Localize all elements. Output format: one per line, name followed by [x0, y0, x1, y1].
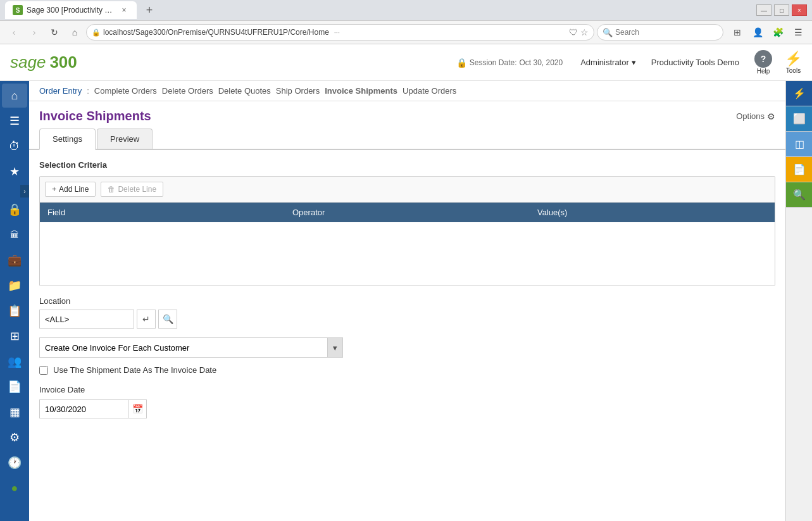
sidebar-item-recent[interactable]: ⏱ — [2, 134, 27, 158]
location-label: Location — [39, 296, 775, 306]
sidebar-item-settings[interactable]: ⚙ — [2, 425, 27, 449]
breadcrumb-sep: : — [87, 86, 89, 96]
options-button[interactable]: Options ⚙ — [736, 111, 775, 122]
location-input[interactable] — [39, 310, 134, 329]
extensions-icon[interactable]: ⊞ — [728, 23, 746, 41]
tools-label: Tools — [786, 67, 801, 74]
sage-logo: sage 300 — [10, 53, 77, 72]
gear-icon: ⚙ — [767, 111, 775, 122]
location-search-btn[interactable]: 🔍 — [158, 310, 177, 329]
right-float-panel: ⚡ ⬜ ◫ 📄 🔍 — [785, 81, 812, 521]
sidebar-item-doc[interactable]: 📄 — [2, 375, 27, 399]
sidebar-item-banking[interactable]: 🏛 — [2, 223, 27, 247]
sc-table-header: Field Operator Value(s) — [40, 203, 775, 222]
rfp-search-btn[interactable]: 🔍 — [786, 182, 812, 208]
address-dots: ··· — [334, 28, 340, 36]
shipment-date-checkbox[interactable] — [39, 366, 48, 375]
close-btn[interactable]: × — [792, 4, 807, 16]
right-panel: Order Entry : Complete Orders Delete Ord… — [29, 81, 785, 521]
tabs-bar: Settings Preview — [29, 129, 785, 150]
menu-icon[interactable]: ☰ — [789, 23, 807, 41]
breadcrumb-invoice-shipments: Invoice Shipments — [325, 86, 397, 96]
rfp-screen1-btn[interactable]: ⬜ — [786, 106, 812, 132]
sidebar-item-favorites[interactable]: ★ — [2, 160, 27, 184]
app-header: sage 300 🔒 Session Date: Oct 30, 2020 Ad… — [0, 44, 812, 81]
sidebar-toggle[interactable]: › — [20, 185, 29, 198]
nav-bar: ‹ › ↻ ⌂ 🔒 localhost/Sage300/OnPremise/QU… — [0, 20, 812, 44]
title-bar: S Sage 300 [Productivity Tools D... × + … — [0, 0, 812, 20]
breadcrumb-update-orders[interactable]: Update Orders — [403, 86, 456, 96]
add-line-button[interactable]: + Add Line — [45, 182, 96, 197]
search-box[interactable]: 🔍 — [597, 24, 723, 41]
breadcrumb-ship-orders[interactable]: Ship Orders — [276, 86, 320, 96]
breadcrumb: Order Entry : Complete Orders Delete Ord… — [29, 81, 785, 101]
search-icon: 🔍 — [603, 28, 613, 37]
col-header-values: Value(s) — [530, 203, 775, 222]
sidebar-item-home[interactable]: ⌂ — [2, 84, 27, 108]
shield-icon: 🛡 — [569, 27, 578, 37]
date-input-group: 📅 — [39, 399, 775, 418]
sidebar-item-table[interactable]: ▦ — [2, 400, 27, 424]
home-btn[interactable]: ⌂ — [66, 23, 84, 41]
breadcrumb-delete-quotes[interactable]: Delete Quotes — [218, 86, 271, 96]
sidebar-item-clock[interactable]: 🕐 — [2, 451, 27, 475]
help-label: Help — [757, 68, 770, 75]
breadcrumb-order-entry[interactable]: Order Entry — [39, 86, 82, 96]
tab-preview[interactable]: Preview — [97, 129, 153, 149]
star-icon: ☆ — [580, 27, 589, 37]
session-label: Session Date: — [470, 58, 517, 67]
sidebar-item-status[interactable]: ● — [2, 476, 27, 500]
dropdown-arrow-btn[interactable]: ▾ — [327, 338, 342, 357]
refresh-btn[interactable]: ↻ — [46, 23, 63, 41]
delete-line-button[interactable]: 🗑 Delete Line — [101, 182, 163, 197]
search-input[interactable] — [615, 28, 718, 37]
invoice-dropdown[interactable]: Create One Invoice For Each Customer ▾ — [39, 337, 343, 358]
minimize-btn[interactable]: — — [756, 4, 771, 16]
selection-criteria-label: Selection Criteria — [39, 160, 775, 170]
maximize-btn[interactable]: □ — [774, 4, 789, 16]
location-enter-btn[interactable]: ↵ — [137, 310, 156, 329]
breadcrumb-complete-orders[interactable]: Complete Orders — [94, 86, 157, 96]
form-content: Selection Criteria + Add Line 🗑 Delete L… — [29, 150, 785, 429]
logo-300: 300 — [49, 53, 77, 72]
tab-close-btn[interactable]: × — [119, 5, 129, 15]
browser-chrome: S Sage 300 [Productivity Tools D... × + … — [0, 0, 812, 44]
sidebar-item-users[interactable]: 👥 — [2, 349, 27, 373]
browser-tab[interactable]: S Sage 300 [Productivity Tools D... × — [5, 1, 137, 19]
tools-button[interactable]: ⚡ Tools — [785, 51, 802, 74]
sc-toolbar: + Add Line 🗑 Delete Line — [40, 177, 775, 203]
session-info: 🔒 Session Date: Oct 30, 2020 — [456, 58, 563, 68]
profile-icon[interactable]: 👤 — [749, 23, 766, 41]
new-tab-btn[interactable]: + — [141, 1, 158, 19]
invoice-date-input[interactable] — [39, 399, 128, 418]
calendar-btn[interactable]: 📅 — [128, 399, 147, 418]
sidebar-item-security[interactable]: 🔒 — [2, 198, 27, 222]
help-button[interactable]: ? Help — [754, 50, 772, 75]
window-controls: — □ × — [756, 4, 807, 16]
rfp-screen2-btn[interactable]: ◫ — [786, 132, 812, 157]
back-btn[interactable]: ‹ — [5, 23, 23, 41]
invoice-date-group: Invoice Date 📅 — [39, 385, 775, 418]
selection-criteria-section: + Add Line 🗑 Delete Line Field Operator — [39, 176, 775, 286]
invoice-date-label: Invoice Date — [39, 385, 775, 394]
tab-settings[interactable]: Settings — [39, 129, 96, 150]
sidebar-item-clipboard[interactable]: 📋 — [2, 299, 27, 323]
breadcrumb-delete-orders[interactable]: Delete Orders — [162, 86, 213, 96]
col-header-operator: Operator — [285, 203, 530, 222]
admin-chevron-icon: ▾ — [632, 58, 636, 67]
sidebar-item-orders[interactable]: 💼 — [2, 248, 27, 272]
nav-icons: ⊞ 👤 🧩 ☰ — [728, 23, 807, 41]
puzzle-icon[interactable]: 🧩 — [769, 23, 787, 41]
location-group: Location ↵ 🔍 — [39, 296, 775, 329]
options-label: Options — [736, 111, 765, 121]
rfp-lightning-btn[interactable]: ⚡ — [786, 81, 812, 106]
location-input-group: ↵ 🔍 — [39, 310, 775, 329]
invoice-dropdown-label: Create One Invoice For Each Customer — [45, 343, 189, 353]
admin-button[interactable]: Administrator ▾ — [580, 58, 636, 67]
forward-btn[interactable]: › — [25, 23, 43, 41]
sidebar-item-grid[interactable]: ⊞ — [2, 324, 27, 348]
sidebar-item-menu[interactable]: ☰ — [2, 109, 27, 133]
rfp-document-btn[interactable]: 📄 — [786, 157, 812, 182]
sidebar-item-folder[interactable]: 📁 — [2, 273, 27, 298]
address-bar[interactable]: 🔒 localhost/Sage300/OnPremise/QURNSU4tUF… — [86, 24, 594, 41]
